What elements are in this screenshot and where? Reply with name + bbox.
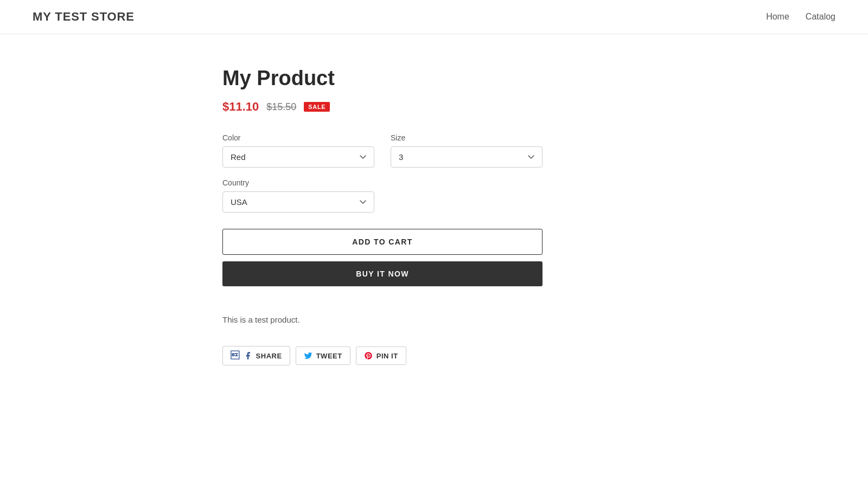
price-row: $11.10 $15.50 SALE <box>222 100 646 114</box>
size-option-group: Size 1 2 3 4 5 <box>391 133 542 168</box>
tweet-label: TWEET <box>316 352 342 360</box>
social-share:  SHARE TWEET PIN IT <box>222 346 646 365</box>
product-title: My Product <box>222 67 646 90</box>
pinterest-icon <box>364 351 373 360</box>
store-title: MY TEST STORE <box>33 10 135 24</box>
share-twitter-button[interactable]: TWEET <box>296 346 350 365</box>
add-to-cart-button[interactable]: ADD TO CART <box>222 229 542 255</box>
nav-catalog[interactable]: Catalog <box>806 12 835 22</box>
facebook-icon:  <box>231 351 240 361</box>
size-label: Size <box>391 133 542 142</box>
country-select[interactable]: USA Canada UK <box>222 191 374 213</box>
share-pinterest-button[interactable]: PIN IT <box>356 346 406 365</box>
color-label: Color <box>222 133 374 142</box>
pin-label: PIN IT <box>376 352 398 360</box>
price-sale: $11.10 <box>222 100 259 114</box>
nav-home[interactable]: Home <box>766 12 789 22</box>
share-label: SHARE <box>256 352 282 360</box>
site-header: MY TEST STORE Home Catalog <box>0 0 868 34</box>
color-option-group: Color Red Blue Green <box>222 133 374 168</box>
main-nav: Home Catalog <box>766 12 835 22</box>
facebook-icon-svg <box>244 351 252 360</box>
sale-badge: SALE <box>304 102 330 112</box>
share-facebook-button[interactable]:  SHARE <box>222 346 290 365</box>
twitter-icon <box>304 351 312 360</box>
country-option-group: Country USA Canada UK <box>222 178 374 213</box>
size-select[interactable]: 1 2 3 4 5 <box>391 146 542 168</box>
product-page: My Product $11.10 $15.50 SALE Color Red … <box>190 34 678 398</box>
price-original: $15.50 <box>266 101 296 113</box>
product-description: This is a test product. <box>222 313 646 326</box>
buy-now-button[interactable]: BUY IT NOW <box>222 261 542 286</box>
options-grid: Color Red Blue Green Size 1 2 3 4 5 <box>222 133 646 168</box>
country-label: Country <box>222 178 374 187</box>
button-group: ADD TO CART BUY IT NOW <box>222 229 542 286</box>
color-select[interactable]: Red Blue Green <box>222 146 374 168</box>
